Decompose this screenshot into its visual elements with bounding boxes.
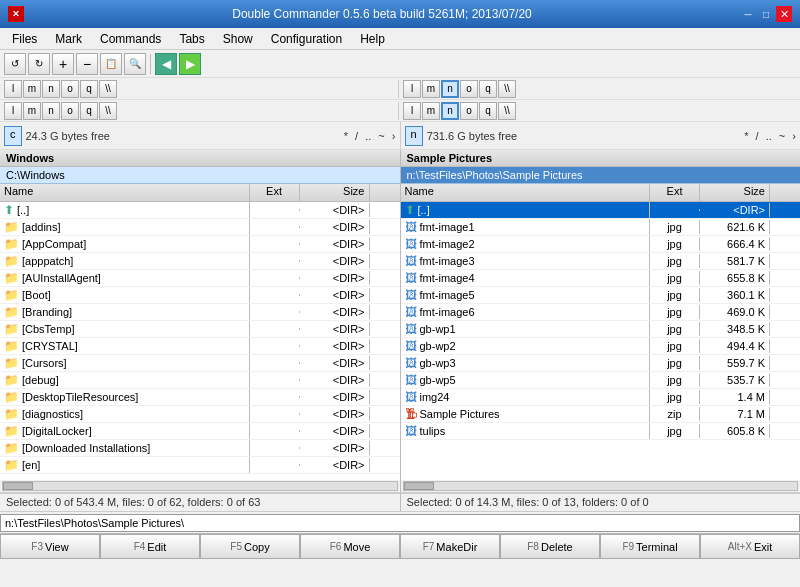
menu-item-tabs[interactable]: Tabs [171,30,212,48]
toolbar-nav-back[interactable]: ◀ [155,53,177,75]
right-nav-star[interactable]: * [744,130,748,142]
right-file-list[interactable]: ⬆[..]<DIR>🖼fmt-image1jpg621.6 K🖼fmt-imag… [401,202,801,480]
left-letter-btn-l[interactable]: l [4,102,22,120]
left-letter-btn-o[interactable]: o [61,102,79,120]
left-letter-btn-\\[interactable]: \\ [99,80,117,98]
table-row[interactable]: 🖼fmt-image5jpg360.1 K [401,287,801,304]
menu-item-commands[interactable]: Commands [92,30,169,48]
table-row[interactable]: 📁[en]<DIR> [0,457,400,474]
right-letter-btn-\\[interactable]: \\ [498,102,516,120]
left-letter-btn-n[interactable]: n [42,80,60,98]
right-letter-btn-l[interactable]: l [403,80,421,98]
table-row[interactable]: 🖼tulipsjpg605.8 K [401,423,801,440]
right-col-size[interactable]: Size [700,184,770,201]
menu-item-show[interactable]: Show [215,30,261,48]
right-col-ext[interactable]: Ext [650,184,700,201]
table-row[interactable]: 🖼gb-wp3jpg559.7 K [401,355,801,372]
fkey-f4[interactable]: F4Edit [100,534,200,559]
table-row[interactable]: 📁[CbsTemp]<DIR> [0,321,400,338]
menu-item-files[interactable]: Files [4,30,45,48]
table-row[interactable]: 🖼img24jpg1.4 M [401,389,801,406]
left-letter-btn-n[interactable]: n [42,102,60,120]
left-nav-star[interactable]: * [344,130,348,142]
left-nav-tilde[interactable]: ~ [378,130,384,142]
table-row[interactable]: 📁[Branding]<DIR> [0,304,400,321]
table-row[interactable]: 🖼gb-wp2jpg494.4 K [401,338,801,355]
close-button[interactable]: ✕ [776,6,792,22]
toolbar-nav-fwd[interactable]: ▶ [179,53,201,75]
table-row[interactable]: 📁[Downloaded Installations]<DIR> [0,440,400,457]
left-letter-btn-l[interactable]: l [4,80,22,98]
table-row[interactable]: 🗜Sample Pictureszip7.1 M [401,406,801,423]
right-letter-btn-n[interactable]: n [441,102,459,120]
toolbar-search[interactable]: 🔍 [124,53,146,75]
right-nav-tilde[interactable]: ~ [779,130,785,142]
table-row[interactable]: 🖼fmt-image2jpg666.4 K [401,236,801,253]
toolbar-delete[interactable]: − [76,53,98,75]
cmd-input[interactable] [0,514,800,532]
menu-item-help[interactable]: Help [352,30,393,48]
left-letter-btn-q[interactable]: q [80,80,98,98]
left-panel-tab[interactable]: Windows [6,152,54,164]
table-row[interactable]: 📁[diagnostics]<DIR> [0,406,400,423]
right-letter-btn-m[interactable]: m [422,102,440,120]
fkey-altx[interactable]: Alt+XExit [700,534,800,559]
table-row[interactable]: 📁[apppatch]<DIR> [0,253,400,270]
left-col-size[interactable]: Size [300,184,370,201]
right-letter-btn-l[interactable]: l [403,102,421,120]
right-letter-btn-o[interactable]: o [460,80,478,98]
toolbar-new[interactable]: + [52,53,74,75]
left-drive-btn[interactable]: c [4,126,22,146]
table-row[interactable]: ⬆[..]<DIR> [401,202,801,219]
left-col-name[interactable]: Name [0,184,250,201]
fkey-f8[interactable]: F8Delete [500,534,600,559]
right-panel-tab[interactable]: Sample Pictures [407,152,493,164]
table-row[interactable]: 📁[Cursors]<DIR> [0,355,400,372]
table-row[interactable]: 📁[Boot]<DIR> [0,287,400,304]
right-letter-btn-o[interactable]: o [460,102,478,120]
fkey-f5[interactable]: F5Copy [200,534,300,559]
right-letter-btn-q[interactable]: q [479,80,497,98]
right-nav-dotdot[interactable]: .. [766,130,772,142]
left-nav-slash[interactable]: / [355,130,358,142]
right-nav-slash[interactable]: / [756,130,759,142]
toolbar-copy[interactable]: 📋 [100,53,122,75]
left-nav-dotdot[interactable]: .. [365,130,371,142]
left-file-list[interactable]: ⬆[..]<DIR>📁[addins]<DIR>📁[AppCompat]<DIR… [0,202,400,480]
fkey-f3[interactable]: F3View [0,534,100,559]
left-letter-btn-m[interactable]: m [23,80,41,98]
right-nav-gt[interactable]: › [792,130,796,142]
table-row[interactable]: 🖼gb-wp1jpg348.5 K [401,321,801,338]
minimize-button[interactable]: ─ [740,6,756,22]
right-letter-btn-\\[interactable]: \\ [498,80,516,98]
table-row[interactable]: 🖼fmt-image4jpg655.8 K [401,270,801,287]
left-letter-btn-o[interactable]: o [61,80,79,98]
left-nav-gt[interactable]: › [392,130,396,142]
table-row[interactable]: 🖼gb-wp5jpg535.7 K [401,372,801,389]
table-row[interactable]: 📁[AUInstallAgent]<DIR> [0,270,400,287]
left-letter-btn-\\[interactable]: \\ [99,102,117,120]
table-row[interactable]: 📁[CRYSTAL]<DIR> [0,338,400,355]
toolbar-back[interactable]: ↺ [4,53,26,75]
table-row[interactable]: 📁[DigitalLocker]<DIR> [0,423,400,440]
left-letter-btn-q[interactable]: q [80,102,98,120]
maximize-button[interactable]: □ [758,6,774,22]
right-col-name[interactable]: Name [401,184,651,201]
right-letter-btn-q[interactable]: q [479,102,497,120]
table-row[interactable]: 🖼fmt-image3jpg581.7 K [401,253,801,270]
left-col-ext[interactable]: Ext [250,184,300,201]
table-row[interactable]: 📁[AppCompat]<DIR> [0,236,400,253]
table-row[interactable]: 📁[addins]<DIR> [0,219,400,236]
table-row[interactable]: 📁[DesktopTileResources]<DIR> [0,389,400,406]
table-row[interactable]: 📁[debug]<DIR> [0,372,400,389]
fkey-f6[interactable]: F6Move [300,534,400,559]
table-row[interactable]: 🖼fmt-image6jpg469.0 K [401,304,801,321]
left-letter-btn-m[interactable]: m [23,102,41,120]
menu-item-configuration[interactable]: Configuration [263,30,350,48]
table-row[interactable]: ⬆[..]<DIR> [0,202,400,219]
table-row[interactable]: 🖼fmt-image1jpg621.6 K [401,219,801,236]
fkey-f9[interactable]: F9Terminal [600,534,700,559]
menu-item-mark[interactable]: Mark [47,30,90,48]
right-letter-btn-n[interactable]: n [441,80,459,98]
toolbar-forward[interactable]: ↻ [28,53,50,75]
